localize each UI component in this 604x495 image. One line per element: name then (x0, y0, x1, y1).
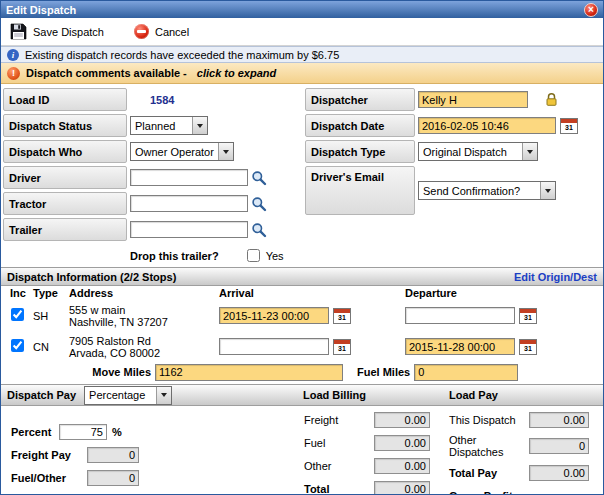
gross-profit-label: Gross Profit (449, 490, 529, 495)
fuel-input[interactable]: 0.00 (374, 435, 430, 451)
cancel-button[interactable]: Cancel (134, 24, 189, 39)
fuel-other-label: Fuel/Other (11, 472, 87, 484)
col-inc-header: Inc (5, 287, 33, 299)
tractor-input[interactable] (130, 195, 248, 212)
calendar-button[interactable]: 31 (519, 308, 537, 324)
load-pay-column: This Dispatch 0.00 Other Dispatches 0 To… (449, 408, 599, 495)
cancel-label: Cancel (155, 26, 189, 38)
tractor-label: Tractor (3, 192, 127, 215)
total-label: Total (304, 483, 374, 495)
freight-input[interactable]: 0.00 (374, 412, 430, 428)
dispatch-pay-label: Dispatch Pay (7, 389, 76, 401)
drop-trailer-checkbox[interactable] (247, 249, 260, 262)
include-stop-checkbox[interactable] (11, 308, 24, 321)
stops-table: Inc Type Address Arrival Departure SH 55… (1, 286, 603, 362)
this-dispatch-label: This Dispatch (449, 414, 529, 426)
stops-header-title: Dispatch Information (2/2 Stops) (7, 271, 176, 283)
pay-area: Percent 75 % Freight Pay 0 Fuel/Other 0 … (1, 406, 603, 492)
fuel-miles-input[interactable]: 0 (414, 364, 518, 381)
info-icon: i (7, 49, 19, 61)
col-departure-header: Departure (405, 287, 599, 299)
dispatch-status-label: Dispatch Status (3, 114, 127, 137)
close-button[interactable]: × (584, 3, 598, 17)
dispatch-who-label: Dispatch Who (3, 140, 127, 163)
edit-origin-dest-link[interactable]: Edit Origin/Dest (514, 271, 597, 283)
load-id-value: 1584 (130, 94, 174, 106)
other-dispatches-input[interactable]: 0 (529, 438, 589, 454)
titlebar[interactable]: Edit Dispatch × (1, 1, 603, 18)
other-dispatches-label: Other Dispatches (449, 434, 529, 458)
dispatch-status-select[interactable]: Planned (130, 116, 208, 135)
info-text: Existing dispatch records have exceeded … (25, 49, 339, 61)
departure-input[interactable] (405, 307, 515, 324)
stop-row: SH 555 w main Nashville, TN 37207 2015-1… (5, 300, 599, 331)
stop-type: SH (33, 310, 69, 322)
chevron-down-icon (540, 182, 555, 199)
calendar-button[interactable]: 31 (560, 118, 578, 134)
arrival-input[interactable] (219, 338, 329, 355)
save-label: Save Dispatch (33, 26, 104, 38)
drop-trailer-yes-label: Yes (266, 250, 284, 262)
dispatch-who-select[interactable]: Owner Operator (130, 142, 234, 161)
driver-input[interactable] (130, 169, 248, 186)
dispatch-date-input[interactable]: 2016-02-05 10:46 (418, 117, 556, 134)
freight-pay-label: Freight Pay (11, 449, 87, 461)
chevron-down-icon (522, 143, 537, 160)
calendar-button[interactable]: 31 (333, 339, 351, 355)
col-address-header: Address (69, 287, 219, 299)
driver-label: Driver (3, 166, 127, 189)
stop-type: CN (33, 341, 69, 353)
stop-row: CN 7905 Ralston Rd Arvada, CO 80002 31 2… (5, 331, 599, 362)
move-miles-input[interactable]: 1162 (155, 364, 343, 381)
drop-trailer-label: Drop this trailer? (130, 250, 219, 262)
info-banner: i Existing dispatch records have exceede… (1, 46, 603, 63)
departure-input[interactable]: 2015-11-28 00:00 (405, 338, 515, 355)
stops-section-header: Dispatch Information (2/2 Stops) Edit Or… (1, 267, 603, 286)
this-dispatch-input[interactable]: 0.00 (529, 412, 589, 428)
search-icon[interactable] (251, 196, 267, 212)
send-confirmation-select[interactable]: Send Confirmation? (418, 181, 556, 200)
comments-text: Dispatch comments available - (26, 67, 187, 79)
pay-section-header: Dispatch Pay Percentage Load Billing Loa… (1, 384, 603, 406)
stop-address: 555 w main Nashville, TN 37207 (69, 304, 219, 328)
other-input[interactable]: 0.00 (374, 458, 430, 474)
stops-table-header: Inc Type Address Arrival Departure (5, 286, 599, 300)
col-type-header: Type (33, 287, 69, 299)
toolbar: Save Dispatch Cancel (1, 18, 603, 46)
calendar-button[interactable]: 31 (519, 339, 537, 355)
save-dispatch-button[interactable]: Save Dispatch (10, 23, 104, 40)
chevron-down-icon (218, 143, 233, 160)
comments-expand-link[interactable]: click to expand (197, 67, 276, 79)
chevron-down-icon (192, 117, 207, 134)
dispatch-type-label: Dispatch Type (305, 140, 415, 163)
fuel-label: Fuel (304, 437, 374, 449)
freight-pay-input[interactable]: 0 (87, 447, 139, 463)
dispatcher-input[interactable]: Kelly H (418, 91, 528, 108)
trailer-input[interactable] (130, 221, 248, 238)
load-id-label: Load ID (3, 88, 127, 111)
move-miles-label: Move Miles (5, 366, 155, 378)
drivers-email-label: Driver's Email (305, 166, 415, 215)
load-billing-header: Load Billing (303, 389, 366, 401)
percent-input[interactable]: 75 (59, 424, 107, 440)
dispatch-date-label: Dispatch Date (305, 114, 415, 137)
freight-label: Freight (304, 414, 374, 426)
total-pay-input[interactable]: 0.00 (529, 465, 589, 481)
dispatcher-label: Dispatcher (305, 88, 415, 111)
comments-banner[interactable]: ! Dispatch comments available - click to… (1, 63, 603, 84)
percent-suffix: % (112, 426, 122, 438)
calendar-button[interactable]: 31 (333, 308, 351, 324)
dispatch-type-select[interactable]: Original Dispatch (418, 142, 538, 161)
cancel-icon (134, 24, 149, 39)
total-input[interactable]: 0.00 (374, 481, 430, 495)
trailer-label: Trailer (3, 218, 127, 241)
alert-icon: ! (7, 67, 20, 80)
total-pay-label: Total Pay (449, 467, 529, 479)
pay-method-select[interactable]: Percentage (84, 386, 172, 405)
window-title: Edit Dispatch (6, 4, 584, 16)
fuel-other-input[interactable]: 0 (87, 470, 139, 486)
include-stop-checkbox[interactable] (11, 339, 24, 352)
search-icon[interactable] (251, 170, 267, 186)
arrival-input[interactable]: 2015-11-23 00:00 (219, 307, 329, 324)
search-icon[interactable] (251, 222, 267, 238)
